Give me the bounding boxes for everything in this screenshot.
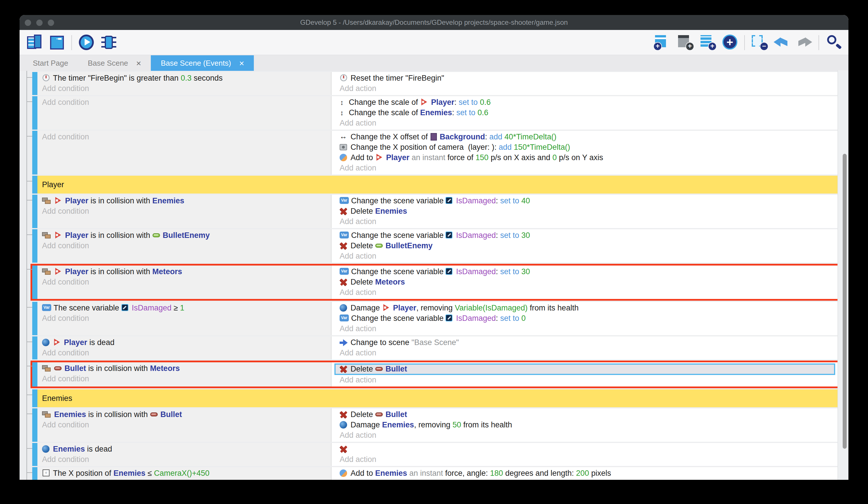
- debug-icon[interactable]: [101, 34, 117, 50]
- event-drag-handle[interactable]: [32, 265, 38, 299]
- action-line[interactable]: Delete Bullet: [340, 410, 836, 420]
- scrollbar-track[interactable]: [837, 70, 848, 480]
- event-drag-handle[interactable]: [32, 409, 38, 442]
- text-segment: is in collision with: [86, 410, 150, 419]
- event-drag-handle[interactable]: [32, 176, 38, 193]
- add-action-button[interactable]: Add action: [340, 478, 836, 480]
- action-line[interactable]: Delete BulletEnemy: [340, 241, 836, 251]
- minimize-window-button[interactable]: [36, 19, 43, 26]
- add-action-button[interactable]: Add action: [340, 216, 836, 227]
- action-line[interactable]: Delete Enemies: [340, 206, 836, 216]
- action-line[interactable]: Reset the timer "FireBegin": [340, 73, 836, 83]
- text-segment: 30: [521, 267, 530, 276]
- event-drag-handle[interactable]: [32, 389, 38, 407]
- condition-line[interactable]: Enemies is dead: [42, 444, 328, 454]
- add-subevent-icon[interactable]: [699, 34, 715, 50]
- action-line[interactable]: Change the X position of camera (layer: …: [340, 142, 836, 153]
- action-line[interactable]: Change the scale of Enemies: set to 0.6: [340, 108, 836, 118]
- add-event-icon[interactable]: [654, 34, 671, 50]
- close-tab-icon[interactable]: ×: [239, 59, 244, 67]
- add-condition-button[interactable]: Add condition: [42, 313, 328, 324]
- add-condition-button[interactable]: Add condition: [42, 206, 328, 216]
- event-drag-handle[interactable]: [32, 195, 38, 228]
- action-line[interactable]: Delete Bullet: [334, 363, 835, 375]
- section-header-label[interactable]: Enemies: [38, 389, 838, 407]
- condition-line[interactable]: Enemies is in collision with Bullet: [42, 410, 328, 420]
- section-header-label[interactable]: Player: [38, 176, 838, 193]
- add-action-button[interactable]: Add action: [340, 118, 836, 129]
- condition-line[interactable]: Player is in collision with Meteors: [42, 267, 328, 277]
- condition-line[interactable]: The X position of Enemies ≤ CameraX()+45…: [42, 468, 328, 478]
- action-line[interactable]: Change the X offset of Background: add 4…: [340, 132, 836, 142]
- condition-line[interactable]: Player is in collision with Enemies: [42, 196, 328, 206]
- close-tab-icon[interactable]: ×: [136, 59, 141, 67]
- action-line[interactable]: Change the scene variable IsDamaged: set…: [340, 196, 836, 206]
- text-segment: Damage: [351, 421, 382, 429]
- text-segment: :: [496, 267, 500, 276]
- add-action-button[interactable]: Add action: [340, 375, 836, 385]
- add-condition-button[interactable]: Add condition: [42, 374, 328, 384]
- add-action-button[interactable]: Add action: [340, 324, 836, 334]
- add-action-button[interactable]: Add action: [340, 454, 836, 465]
- event-drag-handle[interactable]: [32, 229, 38, 263]
- event-drag-handle[interactable]: [32, 443, 38, 466]
- tab-start-page[interactable]: Start Page: [23, 55, 78, 71]
- event-drag-handle[interactable]: [32, 72, 38, 95]
- change-scene-icon: [340, 339, 348, 346]
- add-new-event-icon[interactable]: [722, 34, 738, 50]
- action-line[interactable]: Change the scene variable IsDamaged: set…: [340, 230, 836, 241]
- action-line[interactable]: Damage Player, removing Variable(IsDamag…: [340, 303, 836, 313]
- action-line[interactable]: Change the scale of Player: set to 0.6: [340, 97, 836, 108]
- add-condition-button[interactable]: Add condition: [42, 420, 328, 430]
- event-drag-handle[interactable]: [32, 131, 38, 174]
- search-icon[interactable]: [825, 34, 841, 50]
- action-line[interactable]: [340, 444, 836, 454]
- redo-icon[interactable]: [796, 34, 812, 50]
- add-action-button[interactable]: Add action: [340, 83, 836, 94]
- gdevelop-window: GDevelop 5 - /Users/dkarakay/Documents/G…: [20, 15, 848, 480]
- condition-line[interactable]: Player is in collision with BulletEnemy: [42, 230, 328, 241]
- close-window-button[interactable]: [25, 19, 31, 26]
- action-line[interactable]: Damage Enemies, removing 50 from its hea…: [340, 420, 836, 430]
- add-action-button[interactable]: Add action: [340, 288, 836, 298]
- action-line[interactable]: Change the scene variable IsDamaged: set…: [340, 267, 836, 277]
- scrollbar-thumb[interactable]: [843, 154, 847, 449]
- add-condition-button[interactable]: Add condition: [42, 454, 328, 465]
- add-comment-icon[interactable]: [677, 34, 693, 50]
- text-segment: is in collision with: [89, 267, 152, 276]
- zoom-window-button[interactable]: [48, 19, 54, 26]
- tab-base-scene[interactable]: Base Scene×: [78, 55, 151, 71]
- add-condition-button[interactable]: Add condition: [42, 132, 328, 142]
- project-manager-icon[interactable]: [27, 34, 43, 50]
- add-condition-button[interactable]: Add condition: [42, 348, 328, 358]
- add-condition-button[interactable]: Add condition: [42, 277, 328, 288]
- add-condition-button[interactable]: Add condition: [42, 241, 328, 251]
- scene-editor-icon[interactable]: [49, 34, 65, 50]
- action-line[interactable]: Add to Enemies an instant force, angle: …: [340, 468, 836, 478]
- undo-icon[interactable]: [774, 34, 790, 50]
- add-action-button[interactable]: Add action: [340, 251, 836, 262]
- action-line[interactable]: Change to scene "Base Scene": [340, 337, 836, 348]
- text-segment: 200: [576, 469, 589, 477]
- delete-event-icon[interactable]: [751, 34, 767, 50]
- add-action-button[interactable]: Add action: [340, 348, 836, 358]
- add-action-button[interactable]: Add action: [340, 163, 836, 173]
- action-line[interactable]: Change the scene variable IsDamaged: set…: [340, 313, 836, 324]
- action-line[interactable]: Delete Meteors: [340, 277, 836, 288]
- condition-line[interactable]: Player is dead: [42, 337, 328, 348]
- add-condition-button[interactable]: Add condition: [42, 478, 328, 480]
- add-action-button[interactable]: Add action: [340, 430, 836, 441]
- event-drag-handle[interactable]: [32, 302, 38, 335]
- event-drag-handle[interactable]: [32, 362, 38, 386]
- tab-base-scene-events-[interactable]: Base Scene (Events)×: [151, 55, 254, 71]
- add-condition-button[interactable]: Add condition: [42, 97, 328, 108]
- condition-line[interactable]: The scene variable IsDamaged ≥ 1: [42, 303, 328, 313]
- event-drag-handle[interactable]: [32, 467, 38, 480]
- event-drag-handle[interactable]: [32, 96, 38, 130]
- add-condition-button[interactable]: Add condition: [42, 83, 328, 94]
- action-line[interactable]: Add to Player an instant force of 150 p/…: [340, 153, 836, 163]
- condition-line[interactable]: Bullet is in collision with Meteors: [42, 363, 328, 374]
- condition-line[interactable]: The timer "FireBegin" is greater than 0.…: [42, 73, 328, 83]
- event-drag-handle[interactable]: [32, 336, 38, 360]
- play-icon[interactable]: [78, 34, 94, 50]
